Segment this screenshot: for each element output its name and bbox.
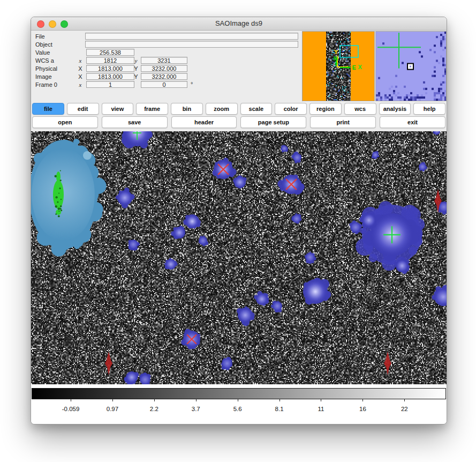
menu-analysis[interactable]: analysis: [379, 103, 411, 115]
panner-panel[interactable]: [302, 31, 375, 101]
info-label: Physical: [35, 65, 57, 72]
axis-label: x: [77, 81, 84, 88]
colorbar-label: 11: [318, 406, 324, 412]
info-label: Object: [35, 41, 52, 48]
colorbar-tick: [112, 399, 113, 401]
colorbar-label: 22: [401, 406, 408, 412]
info-row-physical: PhysicalX1813.000Y3232.000: [31, 65, 331, 72]
colorbar-label: -0.059: [62, 406, 80, 412]
info-row-image: ImageX1813.000Y3232.000: [31, 73, 331, 80]
colorbar-label: 2.2: [150, 406, 158, 412]
colorbar-tick: [196, 399, 197, 401]
menu-save[interactable]: save: [102, 116, 168, 128]
axis-label: Y: [133, 65, 139, 72]
info-field[interactable]: 3232.000: [141, 73, 187, 80]
colorbar-ticks: -0.0590.972.23.75.68.1111622: [31, 399, 447, 415]
menu-region[interactable]: region: [309, 103, 342, 115]
degree-symbol: °: [191, 81, 193, 87]
colorbar-tick: [154, 399, 155, 401]
menu-open[interactable]: open: [32, 116, 98, 128]
colorbar-label: 3.7: [192, 406, 200, 412]
info-field[interactable]: 0: [141, 81, 187, 88]
info-row-frame-0: Frame 0x10°: [31, 81, 331, 88]
menu-exit[interactable]: exit: [380, 116, 445, 128]
info-label: Value: [35, 49, 50, 56]
menu-bin[interactable]: bin: [171, 103, 203, 115]
colorbar-label: 0.97: [107, 406, 118, 412]
window-title: SAOImage ds9: [31, 19, 447, 27]
info-field[interactable]: 1812: [86, 57, 134, 64]
info-field[interactable]: 3231: [141, 57, 187, 64]
menu-frame[interactable]: frame: [136, 103, 168, 115]
info-row-value: Value256.538: [31, 49, 331, 56]
colorbar-tick: [362, 399, 363, 401]
menu-view[interactable]: view: [102, 103, 134, 115]
main-image-canvas[interactable]: [31, 131, 447, 384]
info-field[interactable]: 1: [86, 81, 134, 88]
menu-color[interactable]: color: [275, 103, 307, 115]
colorbar-gradient[interactable]: [32, 388, 446, 399]
axis-label: X: [77, 73, 84, 80]
colorbar-label: 16: [359, 406, 366, 412]
colorbar-tick: [238, 399, 238, 401]
info-label: Frame 0: [35, 81, 57, 88]
info-row-file: File: [31, 33, 331, 40]
colorbar-tick: [321, 399, 321, 401]
colorbar-tick: [71, 399, 71, 401]
titlebar[interactable]: SAOImage ds9: [31, 17, 447, 31]
menu-wcs[interactable]: wcs: [344, 103, 376, 115]
axis-label: X: [77, 65, 84, 72]
menu-scale[interactable]: scale: [240, 103, 273, 115]
colorbar-tick: [404, 399, 405, 401]
menu-print[interactable]: print: [310, 116, 376, 128]
axis-label: y: [133, 57, 139, 64]
colorbar-section: -0.0590.972.23.75.68.1111622: [31, 384, 447, 424]
ds9-window: SAOImage ds9 FileObjectValue256.538WCS a…: [31, 17, 447, 424]
axis-label: Y: [133, 73, 139, 80]
menu-help[interactable]: help: [413, 103, 445, 115]
menu-header[interactable]: header: [171, 116, 237, 128]
colorbar-label: 8.1: [275, 406, 284, 412]
menu-page-setup[interactable]: page setup: [240, 116, 306, 128]
info-field[interactable]: 3232.000: [141, 65, 187, 72]
menu-file[interactable]: file: [32, 103, 64, 115]
file-submenu-bar: opensaveheaderpage setupprintexit: [32, 116, 445, 128]
colorbar-tick: [279, 399, 280, 401]
menu-zoom[interactable]: zoom: [206, 103, 238, 115]
menu-bar: fileeditviewframebinzoomscalecolorregion…: [32, 103, 445, 115]
info-field[interactable]: [85, 41, 298, 48]
axis-label: x: [77, 57, 84, 64]
magnifier-panel[interactable]: [375, 31, 447, 101]
info-field[interactable]: 1813.000: [86, 65, 134, 72]
info-field[interactable]: [85, 33, 298, 40]
menu-edit[interactable]: edit: [67, 103, 99, 115]
info-label: File: [35, 33, 45, 40]
info-label: Image: [35, 73, 52, 80]
info-label: WCS a: [35, 57, 54, 64]
colorbar-label: 5.6: [233, 406, 242, 412]
info-field[interactable]: 256.538: [86, 49, 134, 56]
info-row-wcs-a: WCS ax1812y3231: [31, 57, 331, 64]
info-row-object: Object: [31, 41, 331, 48]
info-field[interactable]: 1813.000: [86, 73, 134, 80]
